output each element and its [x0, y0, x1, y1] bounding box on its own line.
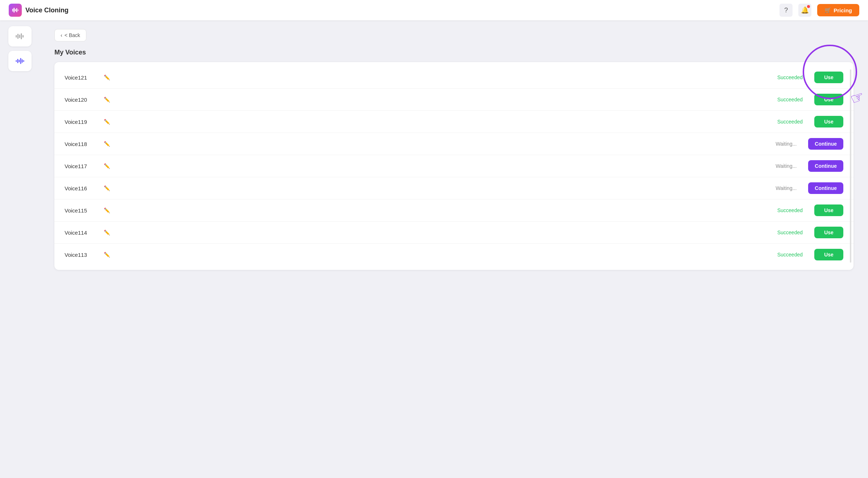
voice-name: Voice115 [65, 207, 101, 214]
audio-waveform-icon [15, 31, 25, 41]
pricing-label: Pricing [834, 7, 852, 13]
page-title: My Voices [54, 49, 853, 56]
voice-row: Voice114 ✏️ Succeeded Use [54, 222, 853, 244]
notification-badge [807, 5, 810, 8]
svg-rect-13 [20, 58, 21, 64]
help-button[interactable]: ? [779, 4, 793, 17]
svg-rect-0 [12, 9, 13, 11]
voice-name: Voice120 [65, 97, 101, 103]
status-badge: Succeeded [777, 207, 803, 213]
svg-rect-2 [15, 9, 16, 11]
svg-rect-4 [17, 9, 19, 11]
voice-row: Voice119 ✏️ Succeeded Use [54, 111, 853, 133]
edit-icon[interactable]: ✏️ [104, 252, 110, 258]
voice-name: Voice114 [65, 230, 101, 236]
status-badge: Waiting... [776, 141, 797, 147]
use-button[interactable]: Use [814, 72, 843, 83]
voice-name: Voice113 [65, 252, 101, 258]
svg-rect-11 [17, 59, 18, 63]
edit-icon[interactable]: ✏️ [104, 119, 110, 125]
status-badge: Waiting... [776, 185, 797, 191]
edit-icon[interactable]: ✏️ [104, 163, 110, 169]
logo-area: Voice Cloning [9, 4, 69, 17]
voice-name: Voice119 [65, 119, 101, 125]
svg-rect-3 [16, 8, 17, 12]
status-badge: Succeeded [777, 119, 803, 125]
use-button[interactable]: Use [814, 249, 843, 260]
use-button[interactable]: Use [814, 204, 843, 216]
svg-rect-5 [16, 35, 17, 38]
voice-row: Voice117 ✏️ Waiting... Continue [54, 155, 853, 177]
voice-row: Voice113 ✏️ Succeeded Use [54, 244, 853, 266]
sidebar [0, 20, 40, 478]
voices-container: Voice121 ✏️ Succeeded Use ☞ Voice120 ✏️ … [54, 66, 853, 266]
continue-button[interactable]: Continue [808, 160, 843, 172]
continue-button[interactable]: Continue [808, 182, 843, 194]
svg-rect-8 [21, 33, 22, 39]
voices-list-card: Voice121 ✏️ Succeeded Use ☞ Voice120 ✏️ … [54, 62, 853, 270]
edit-icon[interactable]: ✏️ [104, 230, 110, 235]
svg-rect-9 [22, 35, 24, 38]
status-badge: Succeeded [777, 252, 803, 258]
use-button[interactable]: Use [814, 116, 843, 127]
sidebar-item-voice[interactable] [8, 51, 32, 71]
svg-rect-6 [17, 34, 19, 39]
app-title: Voice Cloning [25, 7, 69, 14]
status-badge: Succeeded [777, 97, 803, 102]
voice-bars-icon [15, 56, 25, 66]
voice-row: Voice120 ✏️ Succeeded Use [54, 89, 853, 111]
svg-rect-12 [19, 60, 20, 62]
header: Voice Cloning ? 🔔 🛒 Pricing [0, 0, 868, 20]
status-badge: Waiting... [776, 163, 797, 169]
svg-rect-10 [16, 60, 17, 62]
chevron-left-icon: ‹ [61, 32, 62, 38]
edit-icon[interactable]: ✏️ [104, 97, 110, 102]
logo-icon [9, 4, 22, 17]
voice-row: Voice118 ✏️ Waiting... Continue [54, 133, 853, 155]
svg-rect-15 [23, 60, 24, 62]
cart-icon: 🛒 [824, 7, 831, 13]
voice-row: Voice116 ✏️ Waiting... Continue [54, 177, 853, 199]
notification-button[interactable]: 🔔 [798, 4, 811, 17]
use-button[interactable]: Use [814, 227, 843, 238]
back-label: < Back [65, 32, 80, 38]
voice-name: Voice116 [65, 185, 101, 191]
svg-rect-14 [22, 59, 23, 62]
voice-row: Voice121 ✏️ Succeeded Use ☞ [54, 66, 853, 89]
voice-name: Voice118 [65, 141, 101, 147]
help-icon: ? [784, 7, 788, 14]
status-badge: Succeeded [777, 230, 803, 235]
use-button[interactable]: Use [814, 94, 843, 105]
voice-name: Voice121 [65, 74, 101, 81]
edit-icon[interactable]: ✏️ [104, 74, 110, 80]
continue-button[interactable]: Continue [808, 138, 843, 150]
voice-name: Voice117 [65, 163, 101, 169]
sidebar-item-audio[interactable] [8, 26, 32, 46]
status-badge: Succeeded [777, 74, 803, 80]
header-actions: ? 🔔 🛒 Pricing [779, 4, 859, 17]
cursor-hand-icon: ☞ [848, 87, 867, 108]
back-button[interactable]: ‹ < Back [54, 29, 86, 41]
pricing-button[interactable]: 🛒 Pricing [817, 4, 859, 16]
svg-rect-7 [19, 35, 20, 38]
edit-icon[interactable]: ✏️ [104, 185, 110, 191]
edit-icon[interactable]: ✏️ [104, 207, 110, 213]
edit-icon[interactable]: ✏️ [104, 141, 110, 147]
svg-rect-1 [13, 8, 15, 13]
main-content: ‹ < Back My Voices Voice121 ✏️ Succeeded… [40, 20, 868, 478]
voice-row: Voice115 ✏️ Succeeded Use [54, 199, 853, 222]
